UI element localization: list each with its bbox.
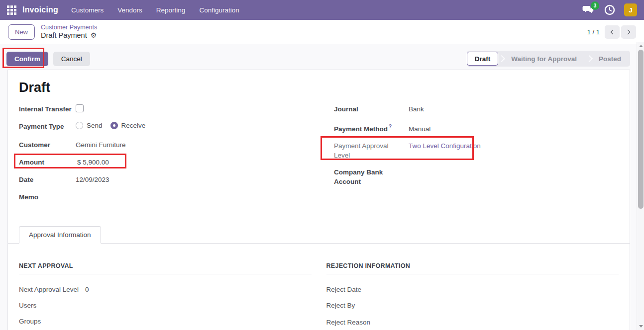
rejection-information-title: REJECTION INFORMATION: [326, 262, 619, 274]
menu-configuration[interactable]: Configuration: [199, 6, 239, 14]
payment-approval-level-field[interactable]: Two Level Configuration: [409, 141, 481, 151]
scrollbar-thumb[interactable]: [638, 50, 644, 209]
payment-method-label: Payment Method?: [334, 122, 409, 134]
cancel-button[interactable]: Cancel: [53, 52, 90, 66]
users-label: Users: [19, 302, 85, 309]
user-avatar[interactable]: J: [624, 3, 637, 16]
apps-grid-icon[interactable]: [7, 5, 16, 15]
amount-field[interactable]: $ 5,900.00: [77, 158, 109, 167]
pager-previous-button[interactable]: [605, 25, 620, 39]
payment-approval-level-label: Payment Approval Level: [334, 141, 409, 160]
radio-checked-icon: [110, 122, 118, 129]
next-approval-section: NEXT APPROVAL Next Approval Level 0 User…: [19, 262, 312, 326]
internal-transfer-label: Internal Transfer: [19, 104, 76, 114]
chevron-right-icon: [626, 29, 631, 34]
menu-customers[interactable]: Customers: [71, 6, 104, 14]
help-icon[interactable]: ?: [389, 124, 392, 129]
amount-label: Amount: [19, 158, 76, 167]
date-field[interactable]: 12/09/2023: [76, 175, 109, 184]
payment-type-receive-option[interactable]: Receive: [110, 122, 146, 129]
tab-approval-information[interactable]: Approval Information: [19, 226, 101, 244]
statusbar: Draft Waiting for Approval Posted: [467, 51, 630, 67]
journal-field[interactable]: Bank: [409, 104, 424, 114]
activity-clock-icon[interactable]: [604, 4, 615, 15]
new-button[interactable]: New: [8, 24, 35, 40]
company-bank-account-label: Company Bank Account: [334, 167, 409, 186]
confirm-button[interactable]: Confirm: [6, 52, 48, 66]
message-count-badge: 3: [591, 1, 599, 10]
payment-type-label: Payment Type: [19, 122, 76, 131]
reject-date-label: Reject Date: [326, 286, 362, 293]
app-name[interactable]: Invoicing: [22, 5, 58, 14]
radio-unchecked-icon: [76, 122, 83, 129]
pager-count: 1 / 1: [587, 28, 600, 36]
status-waiting-for-approval[interactable]: Waiting for Approval: [502, 55, 586, 63]
record-title: Draft: [19, 80, 619, 95]
breadcrumb-parent-link[interactable]: Customer Payments: [41, 24, 97, 31]
date-label: Date: [19, 175, 76, 184]
payment-type-send-option[interactable]: Send: [76, 122, 103, 129]
reject-reason-label: Reject Reason: [326, 319, 371, 326]
control-panel: New Customer Payments Draft Payment ⚙ 1 …: [0, 20, 644, 44]
groups-label: Groups: [19, 318, 85, 325]
status-posted[interactable]: Posted: [590, 55, 630, 63]
internal-transfer-checkbox[interactable]: [76, 104, 84, 112]
top-navbar: Invoicing Customers Vendors Reporting Co…: [0, 0, 644, 20]
gear-icon[interactable]: ⚙: [91, 31, 97, 39]
memo-label: Memo: [19, 192, 76, 202]
payment-method-field[interactable]: Manual: [409, 124, 430, 134]
status-button-bar: Confirm Cancel Draft Waiting for Approva…: [0, 44, 644, 70]
menu-vendors[interactable]: Vendors: [117, 6, 142, 14]
scroll-up-arrow-icon[interactable]: [639, 45, 643, 47]
scroll-down-arrow-icon[interactable]: [639, 325, 643, 328]
reject-by-label: Reject By: [326, 302, 355, 309]
chevron-left-icon: [611, 29, 616, 34]
next-approval-level-label: Next Approval Level: [19, 286, 85, 293]
top-menu: Customers Vendors Reporting Configuratio…: [71, 6, 239, 14]
messages-icon[interactable]: 3: [582, 4, 595, 15]
rejection-information-section: REJECTION INFORMATION Reject Date Reject…: [326, 262, 619, 326]
form-sheet: Draft Internal Transfer Payment Type Sen…: [7, 70, 630, 330]
vertical-scrollbar[interactable]: [637, 42, 644, 330]
breadcrumb-current: Draft Payment: [41, 31, 87, 40]
notebook-tabs: Approval Information: [8, 226, 630, 244]
customer-label: Customer: [19, 140, 76, 150]
customer-field[interactable]: Gemini Furniture: [76, 140, 126, 150]
journal-label: Journal: [334, 104, 409, 114]
pager-next-button[interactable]: [621, 25, 636, 39]
breadcrumb: Customer Payments Draft Payment ⚙: [41, 24, 97, 39]
next-approval-level-value[interactable]: 0: [85, 286, 89, 293]
next-approval-title: NEXT APPROVAL: [19, 262, 312, 274]
status-draft[interactable]: Draft: [467, 52, 499, 66]
menu-reporting[interactable]: Reporting: [156, 6, 186, 14]
